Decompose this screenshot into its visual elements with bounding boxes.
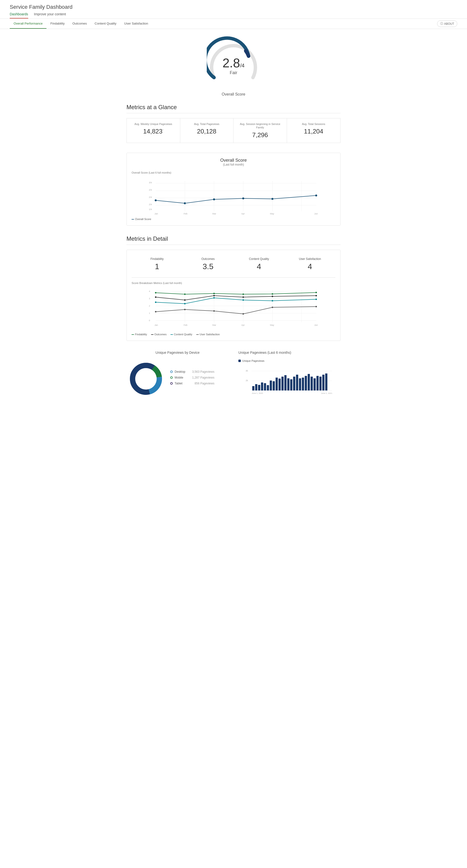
svg-point-63 <box>272 307 273 308</box>
nav-dashboards[interactable]: Dashboards <box>10 12 28 19</box>
donut-container: Desktop 3,563 Pageviews Mobile 1,287 Pag… <box>126 359 229 398</box>
svg-point-61 <box>213 310 215 312</box>
detail-content-quality: Content Quality 4 <box>233 255 285 274</box>
detail-outcomes: Outcomes 3.5 <box>183 255 234 274</box>
svg-point-42 <box>184 293 185 295</box>
detail-findability-label: Findability <box>134 257 180 261</box>
about-button[interactable]: ⓘ ABOUT <box>437 21 457 27</box>
tab-overall-performance[interactable]: Overall Performance <box>10 19 47 29</box>
svg-point-53 <box>155 302 156 303</box>
svg-point-54 <box>184 303 185 304</box>
gauge-score-display: 2.8/4 <box>223 56 245 70</box>
app-title: Service Family Dashboard <box>10 4 457 10</box>
svg-rect-105 <box>319 377 322 391</box>
svg-text:Jan: Jan <box>154 213 158 215</box>
pageviews-chart-title: Unique Pageviews (Last 6 months) <box>238 351 341 354</box>
svg-text:2k: 2k <box>246 379 248 382</box>
svg-rect-85 <box>261 382 263 391</box>
svg-text:3/4: 3/4 <box>149 181 152 184</box>
metric-session-beginning: Avg. Session beginning in Service Family… <box>233 118 287 143</box>
svg-rect-101 <box>308 374 310 391</box>
svg-rect-104 <box>316 376 319 391</box>
app-header: Service Family Dashboard Dashboards Impr… <box>0 0 467 19</box>
svg-point-15 <box>184 202 186 204</box>
detail-findability-value: 1 <box>134 262 180 271</box>
svg-text:0: 0 <box>149 319 150 322</box>
svg-rect-106 <box>322 375 324 391</box>
tab-user-satisfaction[interactable]: User Satisfaction <box>120 19 152 29</box>
metrics-glance: Avg. Weekly Unique Pageviews 14,823° Avg… <box>126 118 341 143</box>
detail-user-satisfaction: User Satisfaction 4 <box>285 255 335 274</box>
svg-point-60 <box>184 309 185 310</box>
svg-text:4: 4 <box>149 290 150 292</box>
donut-legend: Desktop 3,563 Pageviews Mobile 1,287 Pag… <box>170 370 214 388</box>
metric-session-beginning-label: Avg. Session beginning in Service Family <box>237 122 283 129</box>
svg-rect-95 <box>290 379 292 391</box>
nav-improve-content[interactable]: Improve your content <box>34 12 66 19</box>
svg-text:Jun: Jun <box>314 213 318 215</box>
gauge-center: 2.8/4 Fair <box>223 56 245 75</box>
svg-rect-97 <box>296 375 298 391</box>
pageviews-legend-dot <box>238 360 241 362</box>
svg-point-16 <box>213 198 215 200</box>
chart-subtitle: (Last full month) <box>132 163 335 166</box>
svg-point-59 <box>155 311 156 312</box>
metrics-detail-chart: Findability 1 Outcomes 3.5 Content Quali… <box>126 250 341 341</box>
legend-tablet: Tablet 856 Pageviews <box>170 382 214 385</box>
metrics-detail-title: Metrics in Detail <box>126 235 341 245</box>
chart-period-label: Overall Score (Last 6 full months) <box>132 171 335 174</box>
metric-total-pageviews: Avg. Total Pageviews 20,128 <box>180 118 234 143</box>
svg-point-52 <box>316 295 317 297</box>
secondary-nav: Overall Performance Findability Outcomes… <box>0 19 467 29</box>
svg-text:June 1, 2021: June 1, 2021 <box>321 392 332 394</box>
svg-point-56 <box>242 299 244 301</box>
svg-text:2: 2 <box>149 305 150 307</box>
info-icon: ⓘ <box>440 22 443 26</box>
svg-text:May: May <box>270 324 274 326</box>
svg-rect-96 <box>293 377 295 391</box>
svg-text:2/4: 2/4 <box>149 196 152 198</box>
svg-rect-82 <box>252 386 255 391</box>
overall-score-chart: Overall Score (Last full month) Overall … <box>126 153 341 226</box>
svg-rect-84 <box>258 385 260 391</box>
device-chart: Unique Pageviews by Device <box>126 351 229 399</box>
svg-text:2/4: 2/4 <box>149 189 152 191</box>
svg-rect-98 <box>299 378 301 391</box>
svg-rect-93 <box>284 375 287 391</box>
metric-total-pageviews-value: 20,128 <box>184 128 230 135</box>
overall-score-svg: 3/4 2/4 2/4 2/4 1/4 <box>132 176 335 215</box>
metric-total-sessions-label: Avg. Total Sessions <box>291 122 337 126</box>
tab-content-quality[interactable]: Content Quality <box>91 19 120 29</box>
metric-weekly-pageviews: Avg. Weekly Unique Pageviews 14,823° <box>127 118 180 143</box>
desktop-color <box>170 371 173 373</box>
svg-point-50 <box>242 297 244 298</box>
svg-text:1: 1 <box>149 312 150 314</box>
primary-nav: Dashboards Improve your content <box>10 12 457 19</box>
svg-point-41 <box>155 292 156 293</box>
svg-point-19 <box>315 194 317 196</box>
svg-point-51 <box>272 296 273 297</box>
tab-outcomes[interactable]: Outcomes <box>68 19 91 29</box>
svg-rect-83 <box>255 384 257 391</box>
svg-rect-99 <box>302 378 304 391</box>
metric-session-beginning-value: 7,296 <box>237 131 283 139</box>
detail-content-quality-label: Content Quality <box>236 257 282 261</box>
pageviews-legend: Unique Pageviews <box>238 359 341 362</box>
tab-findability[interactable]: Findability <box>47 19 68 29</box>
svg-point-76 <box>135 368 157 390</box>
detail-metrics-grid: Findability 1 Outcomes 3.5 Content Quali… <box>132 255 335 278</box>
svg-rect-87 <box>267 385 269 391</box>
detail-outcomes-value: 3.5 <box>185 262 231 271</box>
svg-text:4k: 4k <box>246 370 248 372</box>
mobile-color <box>170 376 173 379</box>
svg-text:Apr: Apr <box>241 324 245 326</box>
svg-rect-102 <box>311 377 313 391</box>
svg-rect-86 <box>264 383 266 391</box>
chart-legend: Overall Score <box>132 218 335 220</box>
svg-text:Apr: Apr <box>241 213 245 215</box>
svg-rect-91 <box>279 378 281 391</box>
svg-point-46 <box>316 292 317 293</box>
gauge-container: 2.8/4 Fair <box>207 36 260 90</box>
legend-desktop: Desktop 3,563 Pageviews <box>170 370 214 373</box>
gauge-section: 2.8/4 Fair Overall Score <box>126 36 341 96</box>
